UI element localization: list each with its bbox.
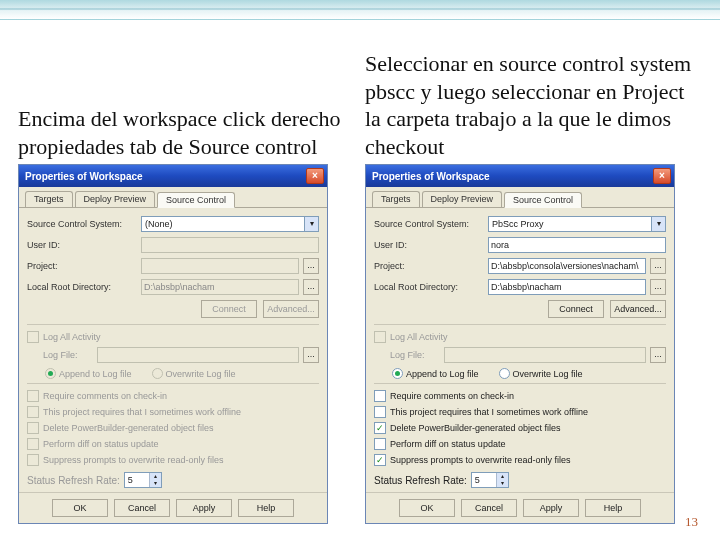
perform-diff-checkbox: Perform diff on status update xyxy=(27,438,319,450)
delete-files-checkbox[interactable]: ✓Delete PowerBuilder-generated object fi… xyxy=(374,422,666,434)
label-refresh: Status Refresh Rate: xyxy=(27,475,120,486)
suppress-prompts-checkbox[interactable]: ✓Suppress prompts to overwrite read-only… xyxy=(374,454,666,466)
label-localroot: Local Root Directory: xyxy=(27,282,137,292)
label-scs: Source Control System: xyxy=(374,219,484,229)
dialog-left: Properties of Workspace × Targets Deploy… xyxy=(18,164,328,524)
apply-button[interactable]: Apply xyxy=(523,499,579,517)
browse-project-button[interactable]: ... xyxy=(650,258,666,274)
right-description: Seleccionar en source control system pbs… xyxy=(365,22,702,164)
close-icon[interactable]: × xyxy=(306,168,324,184)
titlebar[interactable]: Properties of Workspace × xyxy=(366,165,674,187)
source-control-system-select[interactable]: PbScc Proxy▾ xyxy=(488,216,666,232)
chevron-down-icon: ▾ xyxy=(651,217,665,231)
label-localroot: Local Root Directory: xyxy=(374,282,484,292)
tab-deploy[interactable]: Deploy Preview xyxy=(422,191,503,207)
tab-deploy[interactable]: Deploy Preview xyxy=(75,191,156,207)
overwrite-radio: Overwrite Log file xyxy=(152,368,236,379)
connect-button: Connect xyxy=(201,300,257,318)
tab-source-control[interactable]: Source Control xyxy=(157,192,235,208)
browse-logfile-button: ... xyxy=(650,347,666,363)
help-button[interactable]: Help xyxy=(238,499,294,517)
left-description: Encima del workspace click derecho propi… xyxy=(18,22,355,164)
browse-localroot-button: ... xyxy=(303,279,319,295)
label-userid: User ID: xyxy=(27,240,137,250)
tab-targets[interactable]: Targets xyxy=(25,191,73,207)
log-all-checkbox[interactable]: Log All Activity xyxy=(374,331,666,343)
cancel-button[interactable]: Cancel xyxy=(461,499,517,517)
ok-button[interactable]: OK xyxy=(52,499,108,517)
page-number: 13 xyxy=(685,514,698,530)
overwrite-radio[interactable]: Overwrite Log file xyxy=(499,368,583,379)
log-all-checkbox: Log All Activity xyxy=(27,331,319,343)
ok-button[interactable]: OK xyxy=(399,499,455,517)
require-comments-checkbox: Require comments on check-in xyxy=(27,390,319,402)
refresh-rate-spinner: 5 ▴▾ xyxy=(124,472,162,488)
perform-diff-checkbox[interactable]: Perform diff on status update xyxy=(374,438,666,450)
spin-down-icon: ▾ xyxy=(497,480,508,487)
userid-field xyxy=(141,237,319,253)
dialog-right: Properties of Workspace × Targets Deploy… xyxy=(365,164,675,524)
dialog-title: Properties of Workspace xyxy=(25,171,143,182)
browse-logfile-button: ... xyxy=(303,347,319,363)
label-scs: Source Control System: xyxy=(27,219,137,229)
label-project: Project: xyxy=(374,261,484,271)
append-radio: Append to Log file xyxy=(45,368,132,379)
work-offline-checkbox[interactable]: This project requires that I sometimes w… xyxy=(374,406,666,418)
advanced-button: Advanced... xyxy=(263,300,319,318)
help-button[interactable]: Help xyxy=(585,499,641,517)
label-refresh: Status Refresh Rate: xyxy=(374,475,467,486)
apply-button[interactable]: Apply xyxy=(176,499,232,517)
cancel-button[interactable]: Cancel xyxy=(114,499,170,517)
slide-decoration xyxy=(0,0,720,20)
tab-targets[interactable]: Targets xyxy=(372,191,420,207)
work-offline-checkbox: This project requires that I sometimes w… xyxy=(27,406,319,418)
tab-source-control[interactable]: Source Control xyxy=(504,192,582,208)
spin-up-icon: ▴ xyxy=(150,473,161,480)
delete-files-checkbox: Delete PowerBuilder-generated object fil… xyxy=(27,422,319,434)
label-project: Project: xyxy=(27,261,137,271)
source-control-system-select[interactable]: (None)▾ xyxy=(141,216,319,232)
chevron-down-icon: ▾ xyxy=(304,217,318,231)
dialog-title: Properties of Workspace xyxy=(372,171,490,182)
logfile-field xyxy=(444,347,646,363)
require-comments-checkbox[interactable]: Require comments on check-in xyxy=(374,390,666,402)
spin-down-icon: ▾ xyxy=(150,480,161,487)
logfile-field xyxy=(97,347,299,363)
spin-up-icon: ▴ xyxy=(497,473,508,480)
userid-field[interactable]: nora xyxy=(488,237,666,253)
titlebar[interactable]: Properties of Workspace × xyxy=(19,165,327,187)
label-logfile: Log File: xyxy=(43,350,93,360)
label-userid: User ID: xyxy=(374,240,484,250)
localroot-field[interactable]: D:\absbp\nacham xyxy=(488,279,646,295)
browse-project-button: ... xyxy=(303,258,319,274)
append-radio[interactable]: Append to Log file xyxy=(392,368,479,379)
project-field[interactable]: D:\absbp\consola\versiones\nacham\ xyxy=(488,258,646,274)
suppress-prompts-checkbox: Suppress prompts to overwrite read-only … xyxy=(27,454,319,466)
browse-localroot-button[interactable]: ... xyxy=(650,279,666,295)
localroot-field: D:\absbp\nacham xyxy=(141,279,299,295)
close-icon[interactable]: × xyxy=(653,168,671,184)
refresh-rate-spinner[interactable]: 5 ▴▾ xyxy=(471,472,509,488)
advanced-button[interactable]: Advanced... xyxy=(610,300,666,318)
connect-button[interactable]: Connect xyxy=(548,300,604,318)
project-field xyxy=(141,258,299,274)
label-logfile: Log File: xyxy=(390,350,440,360)
